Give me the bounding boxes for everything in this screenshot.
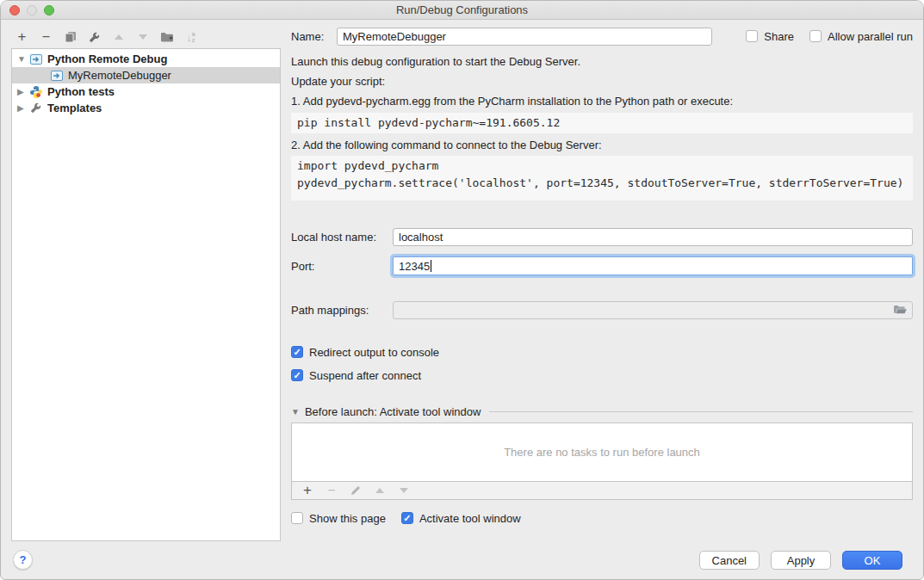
before-launch-section-header[interactable]: ▼ Before launch: Activate tool window [291,405,913,418]
python-tests-icon [29,85,43,99]
run-debug-configurations-dialog: Run/Debug Configurations + − ↓az ▼ Pytho… [0,0,924,580]
browse-folder-icon[interactable] [893,305,908,318]
activate-tool-window-label: Activate tool window [419,512,521,525]
settrace-code-line1: import pydevd_pycharm [297,157,907,175]
configurations-toolbar: + − ↓az [15,26,198,48]
tree-item-python-remote-debug[interactable]: ▼ Python Remote Debug [12,51,280,67]
remove-configuration-icon[interactable]: − [39,30,53,45]
help-button[interactable]: ? [13,550,33,570]
section-expanded-triangle-icon[interactable]: ▼ [291,407,300,416]
text-cursor [431,260,431,272]
step1-text: 1. Add pydevd-pycharm.egg from the PyCha… [291,91,913,111]
expanded-triangle-icon[interactable]: ▼ [17,54,29,64]
minimize-button-icon [27,5,37,15]
sort-configurations-icon[interactable]: ↓az [183,30,198,45]
suspend-after-connect-label: Suspend after connect [309,369,421,382]
tree-item-label: Python tests [47,85,115,98]
port-input[interactable]: 12345 [393,256,913,275]
path-mappings-input[interactable] [393,301,913,319]
title-bar: Run/Debug Configurations [1,1,923,20]
path-mappings-label: Path mappings: [291,304,393,317]
window-title: Run/Debug Configurations [396,3,528,16]
share-label: Share [764,30,794,43]
collapsed-triangle-icon[interactable]: ▶ [17,87,29,96]
share-checkbox[interactable]: ✓ Share [746,30,794,43]
task-list-toolbar: + − [291,481,913,500]
move-up-icon[interactable] [111,30,126,45]
tree-item-myremotedebugger[interactable]: MyRemoteDebugger [12,67,280,83]
settrace-code: import pydevd_pycharm pydevd_pycharm.set… [291,156,913,201]
zoom-button-icon[interactable] [44,5,54,15]
tree-item-label: Python Remote Debug [47,52,167,65]
templates-wrench-icon [29,102,43,115]
tree-item-templates[interactable]: ▶ Templates [12,100,280,116]
redirect-output-checkbox[interactable]: ✓ Redirect output to console [291,346,439,359]
port-label: Port: [291,260,393,273]
ok-button[interactable]: OK [842,551,902,570]
question-mark-icon: ? [20,553,27,566]
update-script-text: Update your script: [291,71,913,91]
move-task-up-icon[interactable] [373,484,387,498]
tree-item-label: MyRemoteDebugger [68,69,171,82]
allow-parallel-run-label: Allow parallel run [828,30,913,43]
name-label: Name: [291,30,337,43]
copy-configuration-icon[interactable] [63,30,78,45]
collapsed-triangle-icon[interactable]: ▶ [17,103,29,113]
add-task-icon[interactable]: + [301,484,314,498]
no-tasks-text: There are no tasks to run before launch [504,446,700,459]
close-button-icon[interactable] [9,5,20,15]
cancel-button[interactable]: Cancel [699,551,760,570]
port-value: 12345 [399,260,430,273]
intro-text: Launch this debug configuration to start… [291,52,913,71]
pip-install-code: pip install pydevd-pycharm~=191.6605.12 [291,113,913,133]
new-folder-icon[interactable] [159,30,174,45]
before-launch-title: Before launch: Activate tool window [305,405,481,418]
remove-task-icon[interactable]: − [325,484,338,498]
show-this-page-label: Show this page [309,512,386,525]
step2-text: 2. Add the following command to connect … [291,135,913,155]
tree-item-python-tests[interactable]: ▶ Python tests [12,83,280,100]
redirect-output-label: Redirect output to console [309,346,439,359]
allow-parallel-run-checkbox[interactable]: ✓ Allow parallel run [809,30,913,43]
move-down-icon[interactable] [135,30,150,45]
show-this-page-checkbox[interactable]: ✓ Show this page [291,512,386,525]
before-launch-task-list[interactable]: There are no tasks to run before launch [291,423,913,482]
local-host-name-input[interactable] [393,228,913,246]
local-host-name-label: Local host name: [291,231,393,244]
apply-button[interactable]: Apply [771,551,831,570]
add-configuration-icon[interactable]: + [15,30,29,45]
edit-defaults-wrench-icon[interactable] [87,30,102,45]
settrace-code-line2: pydevd_pycharm.settrace('localhost', por… [297,175,907,192]
remote-debug-icon [50,69,64,83]
tree-item-label: Templates [47,102,102,114]
activate-tool-window-checkbox[interactable]: ✓ Activate tool window [401,512,521,525]
suspend-after-connect-checkbox[interactable]: ✓ Suspend after connect [291,369,421,382]
edit-task-pencil-icon[interactable] [349,484,363,498]
remote-debug-icon [29,52,43,66]
move-task-down-icon[interactable] [397,484,411,498]
section-rule [489,411,913,412]
configurations-tree: ▼ Python Remote Debug MyRemoteDebugger ▶… [11,48,281,541]
name-input[interactable] [337,28,712,46]
configuration-editor-panel: Name: ✓ Share ✓ Allow parallel run Launc… [291,27,913,525]
